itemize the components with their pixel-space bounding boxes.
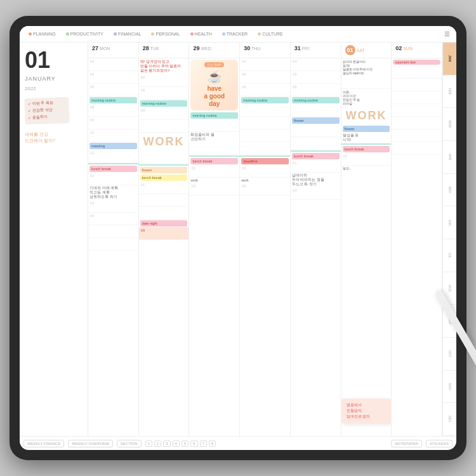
slot-fri-3: 06 (291, 84, 341, 96)
coffee-icon: ☕ (208, 70, 221, 84)
slot-mon-6: 10 (88, 129, 138, 142)
month-tab-feb[interactable]: FEB (443, 76, 456, 109)
day-col-wed: 긴긴 DAY! ☕ havea goodday morning routine … (189, 58, 240, 436)
month-tab-apr[interactable]: APR (443, 141, 456, 174)
day-col-sun: payment due (392, 58, 442, 436)
slot-thu-9: 03 (240, 183, 290, 195)
toolbar-stickers[interactable]: STICKERS (426, 440, 453, 447)
page-7[interactable]: 7 (200, 440, 207, 447)
day-header-tue: 28 TUE (139, 43, 190, 58)
section-div-fri (291, 150, 341, 152)
page-4[interactable]: 4 (173, 440, 180, 447)
event-wed-text: 화장품비와 필고민하기 (189, 132, 239, 142)
nav-planning[interactable]: PLANNING (23, 32, 61, 36)
event-lunch-sat: lunch break (343, 146, 390, 152)
slot-thu-3: 06 (240, 84, 290, 96)
day-header-fri: 31 FRI (291, 43, 341, 58)
nav-culture[interactable]: CULTURE (253, 32, 288, 36)
page-3[interactable]: 3 (163, 440, 170, 447)
page-1[interactable]: 1 (145, 440, 152, 447)
event-thu-work: work (240, 178, 290, 183)
good-day-card: 긴긴 DAY! ☕ havea goodday (190, 60, 238, 110)
event-meeting: meeting (89, 143, 137, 149)
slot-wed-1 (189, 119, 239, 132)
year: 2022 (25, 86, 83, 91)
toolbar-section[interactable]: SECTION (117, 440, 142, 447)
slot-sat-2: 01 (341, 153, 392, 166)
slot-fri-7: 01 (291, 160, 341, 173)
day-header-thu: 30 THU (240, 43, 291, 58)
month-tab-jan[interactable]: JAN (443, 43, 456, 76)
slot-sun-7 (392, 142, 442, 155)
month-tab-jul[interactable]: JUL (443, 239, 456, 272)
section-div-wed (189, 155, 239, 157)
slot-wed-3: 01 (189, 165, 239, 178)
month-tab-jun[interactable]: JUN (443, 206, 456, 239)
good-day-title: havea goodday (204, 85, 225, 108)
month-tab-may[interactable]: MAY (443, 174, 456, 207)
nav-personal[interactable]: PERSONAL (146, 32, 185, 36)
event-deadline: deadline (241, 158, 289, 164)
event-tue-routine: morning routine (140, 100, 188, 107)
page-8[interactable]: 8 (209, 440, 216, 447)
note-item-3: 운동하기 (28, 114, 66, 121)
menu-icon[interactable]: ☰ (442, 30, 453, 37)
slot-fri-4 (291, 104, 341, 117)
day-col-tue: 딱! 당겨앉아 있고.반들 이러다 주머 알겠어.같은 뭔가의었어!! 05 0… (139, 58, 190, 436)
slot-tue-1: 05 (139, 74, 189, 87)
slot-mon-7: 12 (88, 150, 138, 162)
toolbar-notepaper[interactable]: NOTEPAPER (391, 440, 422, 447)
event-lunch-fri: lunch break (292, 153, 340, 159)
page-2[interactable]: 2 (154, 440, 161, 447)
day-headers: 27 MON 28 TUE 29 WED 30 THU 31 FRI (88, 43, 442, 58)
slot-fri-2: 05 (291, 71, 341, 84)
payment-due: payment due (393, 60, 440, 65)
note-item-2: 건강한 식단 (28, 107, 66, 114)
month-tab-mar[interactable]: MAR (443, 108, 456, 141)
slot-mon-11 (88, 225, 138, 238)
slot-tue-8 (139, 207, 189, 220)
event-fri-routine: morning routine (292, 97, 340, 103)
nav-health[interactable]: HEALTH (185, 32, 217, 36)
month-name: JANUARY (25, 76, 83, 82)
month-tab-dec[interactable]: DEC (443, 403, 456, 436)
top-nav: PLANNING PRODUCTIVITY FINANCIAL PERSONAL… (20, 26, 456, 43)
toolbar-weekly-overview[interactable]: WEEKLY OVERVIEW (68, 440, 112, 447)
day-header-mon: 27 MON (88, 43, 139, 58)
slot-sun-2 (392, 79, 442, 91)
slot-mon-10: 04 (88, 213, 138, 225)
event-mon-routine: morning routine (89, 97, 137, 103)
event-date-night: date night (140, 220, 188, 227)
slot-tue-3: 08 (139, 107, 189, 120)
month-tab-nov[interactable]: NOV (443, 371, 456, 404)
event-sat-text2: 어른..걱걱 이것전업인 주 빛리마알 (341, 89, 392, 107)
section-div-thu (240, 155, 290, 157)
day-header-sat: 01 SAT (341, 43, 392, 58)
event-sat-text4: 덜었... (341, 166, 392, 171)
nav-tracker[interactable]: TRACKER (217, 32, 253, 36)
section-div-mon (88, 163, 138, 164)
nav-financial[interactable]: FINANCIAL (109, 32, 147, 36)
page-5[interactable]: 5 (182, 440, 188, 447)
slot-fri-1: 04 (291, 58, 341, 71)
slot-mon-12 (88, 238, 138, 251)
nav-productivity[interactable]: PRODUCTIVITY (61, 32, 109, 36)
sticky-note-calendar: 병원에서진찰받자.임대진료 받어 (341, 399, 392, 423)
month-tab-oct[interactable]: OCT (443, 338, 456, 371)
page-numbers: 1 2 3 4 5 6 7 8 (145, 440, 216, 447)
event-lunch-mon: lunch break (89, 166, 137, 172)
day-col-sat: 읽어라 한글어리일 때달콤한 이번주에 이것열심히 open 때 어른..걱걱 … (341, 58, 392, 436)
slot-mon-3: 06 (88, 84, 138, 96)
calendar-body: 04 05 06 morning routine 08 09 10 meetin… (88, 58, 442, 436)
event-mon-text1: 기대와 미래 계획직고등 계획성취하도록 하기 (88, 185, 138, 200)
work-label-tue: WORK (139, 133, 189, 151)
toolbar-weekly-finance[interactable]: WEEKLY FINANCE (23, 440, 64, 447)
slot-fri-5 (291, 124, 341, 137)
day-num-27: 27 (92, 45, 98, 51)
section-div-tue (139, 164, 189, 166)
slot-sun-3 (392, 91, 442, 104)
slot-mon-2: 05 (88, 71, 138, 84)
page-6[interactable]: 6 (190, 440, 197, 447)
tablet-screen: PLANNING PRODUCTIVITY FINANCIAL PERSONAL… (20, 26, 456, 450)
slot-mon-8: 01 (88, 173, 138, 185)
